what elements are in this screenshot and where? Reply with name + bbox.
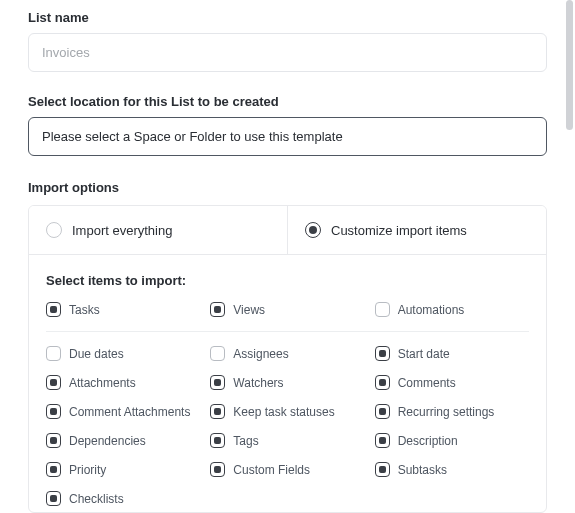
checkbox-icon [375,375,390,390]
radio-icon [305,222,321,238]
checkbox-label: Keep task statuses [233,405,334,419]
checkbox-priority[interactable]: Priority [46,462,200,477]
checkbox-subtasks[interactable]: Subtasks [375,462,529,477]
checkbox-dependencies[interactable]: Dependencies [46,433,200,448]
checkbox-label: Start date [398,347,450,361]
checkbox-description[interactable]: Description [375,433,529,448]
checkbox-assignees[interactable]: Assignees [210,346,364,361]
checkbox-icon [46,433,61,448]
import-options-section: Import options Import everything Customi… [28,180,547,513]
checkbox-icon [46,375,61,390]
scrollbar-thumb[interactable] [566,0,573,130]
checkbox-label: Automations [398,303,465,317]
import-options-label: Import options [28,180,547,195]
checkbox-label: Custom Fields [233,463,310,477]
checkbox-label: Priority [69,463,106,477]
checkbox-label: Due dates [69,347,124,361]
checkbox-label: Assignees [233,347,288,361]
select-items-section: Select items to import: TasksViewsAutoma… [29,255,546,512]
checkbox-label: Comment Attachments [69,405,190,419]
location-label: Select location for this List to be crea… [28,94,547,109]
scrollbar-track[interactable] [565,0,573,513]
checkbox-icon [46,404,61,419]
checkbox-tags[interactable]: Tags [210,433,364,448]
list-name-input[interactable] [28,33,547,72]
radio-customize-import[interactable]: Customize import items [288,206,546,254]
checkbox-icon [375,462,390,477]
checkbox-icon [210,433,225,448]
checkbox-icon [375,433,390,448]
checkbox-label: Tags [233,434,258,448]
checkbox-due-dates[interactable]: Due dates [46,346,200,361]
items-grid: Due datesAssigneesStart dateAttachmentsW… [46,346,529,506]
import-radio-group: Import everything Customize import items [29,206,546,255]
checkbox-icon [375,404,390,419]
checkbox-icon [46,491,61,506]
checkbox-label: Subtasks [398,463,447,477]
radio-label: Import everything [72,223,172,238]
list-name-section: List name [28,10,547,72]
radio-icon [46,222,62,238]
checkbox-watchers[interactable]: Watchers [210,375,364,390]
checkbox-label: Views [233,303,265,317]
checkbox-start-date[interactable]: Start date [375,346,529,361]
checkbox-icon [210,302,225,317]
checkbox-custom-fields[interactable]: Custom Fields [210,462,364,477]
checkbox-attachments[interactable]: Attachments [46,375,200,390]
checkbox-icon [210,346,225,361]
checkbox-label: Comments [398,376,456,390]
checkbox-label: Dependencies [69,434,146,448]
checkbox-icon [210,462,225,477]
checkbox-icon [46,302,61,317]
checkbox-comment-attachments[interactable]: Comment Attachments [46,404,200,419]
checkbox-views[interactable]: Views [210,302,364,317]
checkbox-icon [210,375,225,390]
checkbox-label: Watchers [233,376,283,390]
checkbox-label: Recurring settings [398,405,495,419]
import-panel: Import everything Customize import items… [28,205,547,513]
checkbox-icon [210,404,225,419]
checkbox-label: Checklists [69,492,124,506]
checkbox-automations[interactable]: Automations [375,302,529,317]
top-items-row: TasksViewsAutomations [46,302,529,332]
checkbox-icon [375,302,390,317]
select-items-title: Select items to import: [46,273,529,288]
checkbox-icon [46,462,61,477]
checkbox-checklists[interactable]: Checklists [46,491,200,506]
checkbox-label: Tasks [69,303,100,317]
list-name-label: List name [28,10,547,25]
checkbox-label: Attachments [69,376,136,390]
checkbox-comments[interactable]: Comments [375,375,529,390]
checkbox-icon [46,346,61,361]
location-dropdown[interactable]: Please select a Space or Folder to use t… [28,117,547,156]
checkbox-tasks[interactable]: Tasks [46,302,200,317]
location-placeholder: Please select a Space or Folder to use t… [42,129,343,144]
checkbox-label: Description [398,434,458,448]
radio-label: Customize import items [331,223,467,238]
checkbox-recurring-settings[interactable]: Recurring settings [375,404,529,419]
location-section: Select location for this List to be crea… [28,94,547,156]
radio-import-everything[interactable]: Import everything [29,206,288,254]
checkbox-keep-task-statuses[interactable]: Keep task statuses [210,404,364,419]
checkbox-icon [375,346,390,361]
